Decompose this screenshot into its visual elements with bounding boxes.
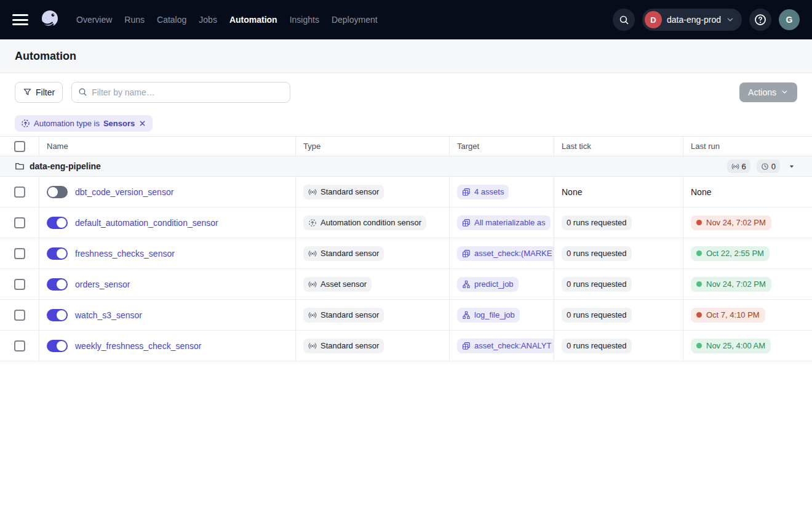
last-run-link[interactable]: Nov 24, 7:02 PM (691, 215, 771, 230)
automation-condition-icon (21, 119, 30, 128)
sensor-toggle[interactable] (47, 309, 68, 321)
target-link[interactable]: 4 assets (457, 185, 509, 199)
asset-icon (462, 188, 471, 196)
caret-down-icon[interactable] (786, 161, 797, 172)
last-run-link[interactable]: Nov 24, 7:02 PM (691, 277, 771, 292)
nav-item-deployment[interactable]: Deployment (332, 15, 378, 25)
sensor-icon (731, 163, 739, 171)
asset-icon (462, 249, 471, 258)
chevron-down-icon (726, 15, 734, 24)
sensor-icon (308, 342, 317, 350)
name-filter-input[interactable] (92, 87, 284, 97)
top-nav: Overview Runs Catalog Jobs Automation In… (0, 0, 812, 39)
row-checkbox[interactable] (14, 187, 25, 198)
user-avatar[interactable]: G (779, 9, 800, 30)
last-run-link[interactable]: Oct 7, 4:10 PM (691, 308, 765, 323)
nav-item-jobs[interactable]: Jobs (199, 15, 217, 25)
type-badge: Standard sensor (303, 246, 384, 261)
nav-item-automation[interactable]: Automation (229, 15, 277, 25)
workspace-name: data-eng-prod (667, 15, 721, 25)
select-all-checkbox[interactable] (14, 141, 25, 152)
column-header-type: Type (296, 137, 450, 156)
asset-icon (462, 342, 471, 350)
chevron-down-icon (781, 88, 789, 96)
last-tick-value: None (562, 185, 582, 199)
column-header-target: Target (450, 137, 554, 156)
actions-button[interactable]: Actions (739, 82, 797, 102)
status-dot (696, 220, 702, 225)
sensor-toggle[interactable] (47, 186, 68, 198)
sensor-name-link[interactable]: weekly_freshness_check_sensor (75, 341, 201, 351)
last-tick-value: 0 runs requested (562, 215, 632, 230)
sensor-toggle[interactable] (47, 278, 68, 291)
row-checkbox[interactable] (14, 310, 25, 321)
search-icon (78, 87, 87, 97)
nav-item-runs[interactable]: Runs (124, 15, 145, 25)
table-row: watch_s3_sensor Standard sensor log_file… (0, 300, 812, 331)
last-run-value: None (691, 185, 711, 199)
status-dot (696, 281, 702, 287)
sensor-name-link[interactable]: freshness_checks_sensor (75, 249, 175, 259)
search-icon[interactable] (613, 9, 635, 31)
hamburger-icon[interactable] (12, 14, 28, 25)
close-icon[interactable] (138, 119, 146, 127)
sensor-name-link[interactable]: default_automation_condition_sensor (75, 218, 218, 228)
automation-condition-icon (308, 219, 317, 227)
clock-icon (761, 163, 769, 171)
nav-item-insights[interactable]: Insights (290, 15, 319, 25)
sensor-toggle[interactable] (47, 217, 68, 229)
target-link[interactable]: asset_check:(MARKE (457, 246, 554, 261)
target-link[interactable]: asset_check:ANALYT (457, 339, 554, 353)
type-badge: Standard sensor (303, 339, 384, 353)
filter-chip-value: Sensors (103, 119, 135, 128)
help-icon[interactable] (749, 9, 771, 31)
column-header-last-tick: Last tick (554, 137, 683, 156)
type-badge: Standard sensor (303, 308, 384, 323)
sensor-name-link[interactable]: watch_s3_sensor (75, 310, 142, 320)
filter-button[interactable]: Filter (15, 82, 63, 103)
sensor-icon (308, 280, 317, 289)
schedule-count-badge: 0 (757, 159, 780, 173)
last-tick-value: 0 runs requested (562, 277, 632, 292)
target-link[interactable]: predict_job (457, 277, 519, 292)
last-tick-value: 0 runs requested (562, 308, 632, 323)
code-location-group-row: data-eng-pipeline 6 0 (0, 156, 812, 177)
type-badge: Standard sensor (303, 185, 384, 199)
job-icon (462, 280, 471, 289)
workspace-badge: D (645, 11, 662, 28)
target-link[interactable]: log_file_job (457, 308, 520, 323)
table-row: freshness_checks_sensor Standard sensor … (0, 238, 812, 269)
nav-item-catalog[interactable]: Catalog (157, 15, 186, 25)
column-header-name: Name (39, 137, 296, 156)
page-title: Automation (15, 50, 76, 63)
table-row: dbt_code_version_sensor Standard sensor … (0, 177, 812, 207)
dagster-logo[interactable] (38, 8, 62, 31)
nav-item-overview[interactable]: Overview (76, 15, 112, 25)
type-badge: Asset sensor (303, 277, 372, 292)
filter-chip-prefix: Automation type is (34, 119, 100, 128)
last-run-link[interactable]: Oct 22, 2:55 PM (691, 246, 770, 261)
last-run-link[interactable]: Nov 25, 4:00 AM (691, 339, 771, 353)
sensor-toggle[interactable] (47, 340, 68, 352)
row-checkbox[interactable] (14, 248, 25, 259)
status-dot (696, 251, 702, 256)
sensor-count-badge: 6 (727, 159, 750, 173)
funnel-icon (23, 87, 32, 97)
sensor-toggle[interactable] (47, 247, 68, 260)
sensor-icon (308, 188, 317, 196)
job-icon (462, 311, 471, 319)
table-row: default_automation_condition_sensor Auto… (0, 207, 812, 238)
filter-chip-automation-type[interactable]: Automation type is Sensors (15, 115, 153, 132)
sensor-name-link[interactable]: orders_sensor (75, 279, 130, 289)
status-dot (696, 312, 702, 318)
row-checkbox[interactable] (14, 340, 25, 351)
row-checkbox[interactable] (14, 217, 25, 228)
row-checkbox[interactable] (14, 279, 25, 290)
sensor-name-link[interactable]: dbt_code_version_sensor (75, 187, 173, 197)
code-location-name: data-eng-pipeline (30, 161, 101, 171)
filter-button-label: Filter (36, 87, 55, 97)
target-link[interactable]: All materializable as (457, 215, 551, 230)
folder-icon (15, 161, 25, 171)
workspace-switcher[interactable]: D data-eng-prod (642, 9, 742, 31)
status-dot (696, 343, 702, 348)
